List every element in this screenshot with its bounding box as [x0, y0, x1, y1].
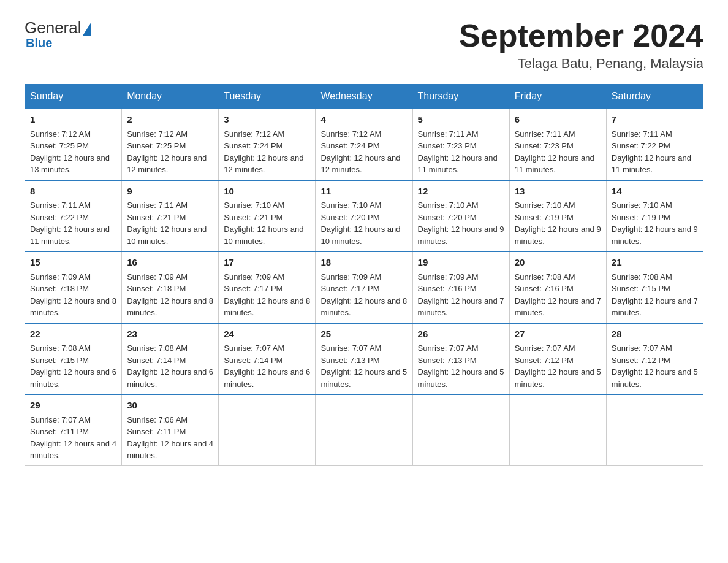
day-info: Sunrise: 7:09 AMSunset: 7:17 PMDaylight:…: [320, 271, 407, 319]
day-number: 2: [127, 113, 213, 127]
day-number: 21: [612, 256, 698, 270]
calendar-day-cell: 29Sunrise: 7:07 AMSunset: 7:11 PMDayligh…: [25, 394, 122, 465]
calendar-day-cell: 27Sunrise: 7:07 AMSunset: 7:12 PMDayligh…: [509, 323, 606, 395]
calendar-day-cell: 8Sunrise: 7:11 AMSunset: 7:22 PMDaylight…: [25, 180, 122, 252]
day-number: 23: [127, 327, 213, 342]
calendar-day-cell: 30Sunrise: 7:06 AMSunset: 7:11 PMDayligh…: [122, 394, 219, 465]
calendar-day-cell: 4Sunrise: 7:12 AMSunset: 7:24 PMDaylight…: [316, 109, 412, 180]
day-info: Sunrise: 7:09 AMSunset: 7:18 PMDaylight:…: [30, 271, 116, 319]
day-number: 28: [612, 327, 698, 342]
day-info: Sunrise: 7:09 AMSunset: 7:16 PMDaylight:…: [418, 271, 504, 319]
month-title: September 2024: [459, 18, 703, 53]
day-number: 18: [320, 256, 407, 270]
day-number: 22: [30, 327, 116, 342]
day-number: 5: [418, 113, 504, 127]
calendar-day-cell: 2Sunrise: 7:12 AMSunset: 7:25 PMDaylight…: [122, 109, 219, 180]
day-number: 15: [30, 256, 116, 270]
logo-triangle-icon: [83, 22, 91, 36]
location-title: Telaga Batu, Penang, Malaysia: [459, 56, 703, 72]
day-info: Sunrise: 7:12 AMSunset: 7:24 PMDaylight:…: [224, 128, 310, 176]
calendar-day-cell: 24Sunrise: 7:07 AMSunset: 7:14 PMDayligh…: [219, 323, 316, 395]
day-info: Sunrise: 7:11 AMSunset: 7:23 PMDaylight:…: [418, 128, 504, 176]
calendar-day-cell: [606, 394, 703, 465]
day-info: Sunrise: 7:10 AMSunset: 7:19 PMDaylight:…: [612, 199, 698, 247]
day-info: Sunrise: 7:11 AMSunset: 7:21 PMDaylight:…: [127, 199, 213, 247]
logo-blue-text: Blue: [26, 36, 52, 50]
calendar-day-cell: 11Sunrise: 7:10 AMSunset: 7:20 PMDayligh…: [316, 180, 412, 252]
calendar-day-header: Saturday: [606, 85, 703, 109]
day-number: 24: [224, 327, 310, 342]
calendar-day-cell: 14Sunrise: 7:10 AMSunset: 7:19 PMDayligh…: [606, 180, 703, 252]
calendar-day-cell: 23Sunrise: 7:08 AMSunset: 7:14 PMDayligh…: [122, 323, 219, 395]
day-info: Sunrise: 7:11 AMSunset: 7:22 PMDaylight:…: [612, 128, 698, 176]
calendar-day-header: Monday: [122, 85, 219, 109]
day-number: 26: [418, 327, 504, 342]
calendar-week-row: 22Sunrise: 7:08 AMSunset: 7:15 PMDayligh…: [25, 323, 703, 395]
day-info: Sunrise: 7:06 AMSunset: 7:11 PMDaylight:…: [127, 414, 213, 462]
calendar-day-cell: [316, 394, 412, 465]
day-number: 10: [224, 185, 310, 199]
calendar-day-cell: 25Sunrise: 7:07 AMSunset: 7:13 PMDayligh…: [316, 323, 412, 395]
day-number: 6: [515, 113, 601, 127]
day-info: Sunrise: 7:11 AMSunset: 7:22 PMDaylight:…: [30, 199, 116, 247]
day-number: 19: [418, 256, 504, 270]
calendar-header-row: SundayMondayTuesdayWednesdayThursdayFrid…: [25, 85, 703, 109]
calendar-day-cell: [412, 394, 509, 465]
day-number: 3: [224, 113, 310, 127]
day-info: Sunrise: 7:07 AMSunset: 7:12 PMDaylight:…: [612, 342, 698, 390]
calendar-day-cell: 7Sunrise: 7:11 AMSunset: 7:22 PMDaylight…: [606, 109, 703, 180]
day-number: 30: [127, 399, 213, 413]
day-info: Sunrise: 7:07 AMSunset: 7:11 PMDaylight:…: [30, 414, 116, 462]
calendar-week-row: 15Sunrise: 7:09 AMSunset: 7:18 PMDayligh…: [25, 251, 703, 323]
day-info: Sunrise: 7:07 AMSunset: 7:13 PMDaylight:…: [418, 342, 504, 390]
calendar-day-cell: [219, 394, 316, 465]
day-number: 9: [127, 185, 213, 199]
calendar-day-cell: 3Sunrise: 7:12 AMSunset: 7:24 PMDaylight…: [219, 109, 316, 180]
calendar-week-row: 8Sunrise: 7:11 AMSunset: 7:22 PMDaylight…: [25, 180, 703, 252]
calendar-day-cell: 1Sunrise: 7:12 AMSunset: 7:25 PMDaylight…: [25, 109, 122, 180]
day-info: Sunrise: 7:08 AMSunset: 7:14 PMDaylight:…: [127, 342, 213, 390]
calendar-day-cell: 16Sunrise: 7:09 AMSunset: 7:18 PMDayligh…: [122, 251, 219, 323]
calendar-table: SundayMondayTuesdayWednesdayThursdayFrid…: [25, 84, 703, 466]
day-number: 14: [612, 185, 698, 199]
day-info: Sunrise: 7:10 AMSunset: 7:21 PMDaylight:…: [224, 199, 310, 247]
day-number: 12: [418, 185, 504, 199]
day-info: Sunrise: 7:07 AMSunset: 7:12 PMDaylight:…: [515, 342, 601, 390]
calendar-day-cell: 22Sunrise: 7:08 AMSunset: 7:15 PMDayligh…: [25, 323, 122, 395]
day-info: Sunrise: 7:12 AMSunset: 7:25 PMDaylight:…: [30, 128, 116, 176]
logo: General Blue: [25, 18, 91, 50]
day-number: 20: [515, 256, 601, 270]
day-number: 7: [612, 113, 698, 127]
calendar-day-cell: 18Sunrise: 7:09 AMSunset: 7:17 PMDayligh…: [316, 251, 412, 323]
logo-general-text: General: [25, 18, 82, 37]
calendar-day-header: Friday: [509, 85, 606, 109]
calendar-day-cell: [509, 394, 606, 465]
calendar-day-header: Sunday: [25, 85, 122, 109]
calendar-day-cell: 9Sunrise: 7:11 AMSunset: 7:21 PMDaylight…: [122, 180, 219, 252]
day-number: 27: [515, 327, 601, 342]
calendar-day-cell: 17Sunrise: 7:09 AMSunset: 7:17 PMDayligh…: [219, 251, 316, 323]
calendar-day-header: Tuesday: [219, 85, 316, 109]
day-info: Sunrise: 7:10 AMSunset: 7:19 PMDaylight:…: [515, 199, 601, 247]
day-info: Sunrise: 7:12 AMSunset: 7:25 PMDaylight:…: [127, 128, 213, 176]
calendar-day-header: Thursday: [412, 85, 509, 109]
calendar-day-cell: 28Sunrise: 7:07 AMSunset: 7:12 PMDayligh…: [606, 323, 703, 395]
day-number: 17: [224, 256, 310, 270]
day-info: Sunrise: 7:09 AMSunset: 7:17 PMDaylight:…: [224, 271, 310, 319]
day-number: 29: [30, 399, 116, 413]
day-number: 8: [30, 185, 116, 199]
title-section: September 2024 Telaga Batu, Penang, Mala…: [459, 18, 703, 72]
day-number: 16: [127, 256, 213, 270]
day-number: 13: [515, 185, 601, 199]
calendar-day-cell: 5Sunrise: 7:11 AMSunset: 7:23 PMDaylight…: [412, 109, 509, 180]
calendar-day-cell: 15Sunrise: 7:09 AMSunset: 7:18 PMDayligh…: [25, 251, 122, 323]
calendar-day-cell: 13Sunrise: 7:10 AMSunset: 7:19 PMDayligh…: [509, 180, 606, 252]
day-number: 4: [320, 113, 407, 127]
calendar-week-row: 29Sunrise: 7:07 AMSunset: 7:11 PMDayligh…: [25, 394, 703, 465]
calendar-day-cell: 19Sunrise: 7:09 AMSunset: 7:16 PMDayligh…: [412, 251, 509, 323]
day-number: 11: [320, 185, 407, 199]
calendar-day-cell: 10Sunrise: 7:10 AMSunset: 7:21 PMDayligh…: [219, 180, 316, 252]
day-info: Sunrise: 7:07 AMSunset: 7:13 PMDaylight:…: [320, 342, 407, 390]
calendar-day-header: Wednesday: [316, 85, 412, 109]
day-info: Sunrise: 7:11 AMSunset: 7:23 PMDaylight:…: [515, 128, 601, 176]
